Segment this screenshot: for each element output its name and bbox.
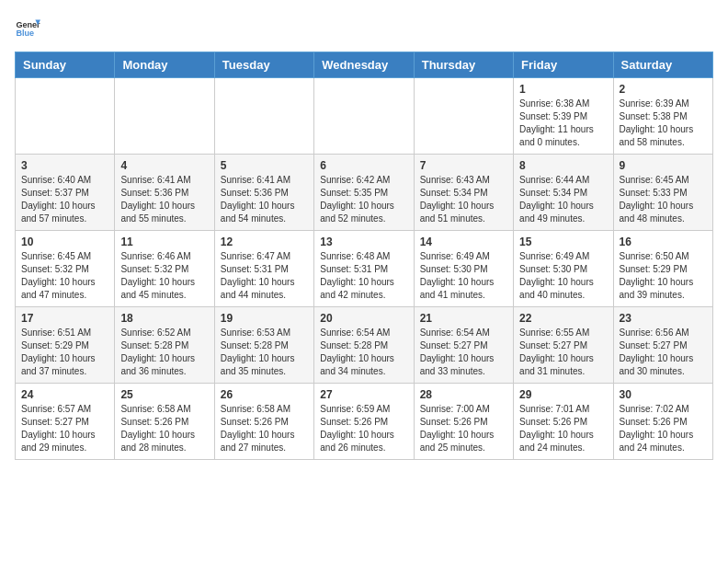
calendar-table: SundayMondayTuesdayWednesdayThursdayFrid… [15,52,713,460]
calendar-cell: 11Sunrise: 6:46 AM Sunset: 5:32 PM Dayli… [115,231,214,307]
day-info: Sunrise: 6:44 AM Sunset: 5:34 PM Dayligh… [519,174,607,225]
calendar-cell: 17Sunrise: 6:51 AM Sunset: 5:29 PM Dayli… [16,307,115,384]
day-info: Sunrise: 6:57 AM Sunset: 5:27 PM Dayligh… [21,403,108,454]
calendar-week-5: 24Sunrise: 6:57 AM Sunset: 5:27 PM Dayli… [16,384,713,460]
day-info: Sunrise: 6:39 AM Sunset: 5:38 PM Dayligh… [620,98,707,149]
calendar-cell: 15Sunrise: 6:49 AM Sunset: 5:30 PM Dayli… [514,231,613,307]
day-info: Sunrise: 6:59 AM Sunset: 5:26 PM Dayligh… [320,403,407,454]
day-info: Sunrise: 6:51 AM Sunset: 5:29 PM Dayligh… [21,327,108,378]
calendar-week-3: 10Sunrise: 6:45 AM Sunset: 5:32 PM Dayli… [16,231,713,307]
calendar-week-4: 17Sunrise: 6:51 AM Sunset: 5:29 PM Dayli… [16,307,713,384]
calendar-cell: 22Sunrise: 6:55 AM Sunset: 5:27 PM Dayli… [514,307,613,384]
calendar-cell: 14Sunrise: 6:49 AM Sunset: 5:30 PM Dayli… [414,231,513,307]
day-info: Sunrise: 6:49 AM Sunset: 5:30 PM Dayligh… [420,250,507,302]
day-info: Sunrise: 6:46 AM Sunset: 5:32 PM Dayligh… [120,250,208,302]
calendar-cell: 1Sunrise: 6:38 AM Sunset: 5:39 PM Daylig… [514,78,613,155]
calendar-cell: 9Sunrise: 6:45 AM Sunset: 5:33 PM Daylig… [613,155,712,231]
weekday-header-tuesday: Tuesday [214,52,313,78]
calendar-cell: 8Sunrise: 6:44 AM Sunset: 5:34 PM Daylig… [514,155,613,231]
calendar-cell: 7Sunrise: 6:43 AM Sunset: 5:34 PM Daylig… [414,155,513,231]
weekday-header-sunday: Sunday [16,52,115,78]
day-number: 12 [221,236,308,248]
calendar-cell: 20Sunrise: 6:54 AM Sunset: 5:28 PM Dayli… [314,307,414,384]
day-number: 11 [120,236,208,248]
day-number: 4 [120,159,208,172]
day-number: 16 [620,236,707,248]
weekday-header-monday: Monday [115,52,214,78]
calendar-cell: 23Sunrise: 6:56 AM Sunset: 5:27 PM Dayli… [613,307,712,384]
day-info: Sunrise: 6:52 AM Sunset: 5:28 PM Dayligh… [120,327,208,378]
day-number: 9 [620,159,707,172]
calendar-cell [414,78,513,155]
day-info: Sunrise: 6:55 AM Sunset: 5:27 PM Dayligh… [519,327,607,378]
day-number: 15 [519,236,607,248]
day-number: 24 [21,388,108,401]
logo: General Blue [15,15,44,40]
calendar-cell: 25Sunrise: 6:58 AM Sunset: 5:26 PM Dayli… [115,384,214,460]
calendar-cell: 26Sunrise: 6:58 AM Sunset: 5:26 PM Dayli… [214,384,313,460]
weekday-header-saturday: Saturday [613,52,712,78]
day-info: Sunrise: 6:41 AM Sunset: 5:36 PM Dayligh… [120,174,208,225]
day-number: 1 [519,83,607,96]
day-number: 8 [519,159,607,172]
day-number: 5 [221,159,308,172]
day-number: 17 [21,312,108,325]
calendar-week-2: 3Sunrise: 6:40 AM Sunset: 5:37 PM Daylig… [16,155,713,231]
day-info: Sunrise: 6:49 AM Sunset: 5:30 PM Dayligh… [519,250,607,302]
day-info: Sunrise: 6:47 AM Sunset: 5:31 PM Dayligh… [221,250,308,302]
calendar-cell: 4Sunrise: 6:41 AM Sunset: 5:36 PM Daylig… [115,155,214,231]
day-number: 13 [320,236,407,248]
day-info: Sunrise: 6:42 AM Sunset: 5:35 PM Dayligh… [320,174,407,225]
day-info: Sunrise: 6:50 AM Sunset: 5:29 PM Dayligh… [620,250,707,302]
calendar-cell [214,78,313,155]
day-number: 2 [620,83,707,96]
day-number: 20 [320,312,407,325]
day-info: Sunrise: 6:56 AM Sunset: 5:27 PM Dayligh… [620,327,707,378]
calendar-cell: 13Sunrise: 6:48 AM Sunset: 5:31 PM Dayli… [314,231,414,307]
day-info: Sunrise: 6:48 AM Sunset: 5:31 PM Dayligh… [320,250,407,302]
day-info: Sunrise: 6:53 AM Sunset: 5:28 PM Dayligh… [221,327,308,378]
calendar-cell [16,78,115,155]
calendar-cell: 18Sunrise: 6:52 AM Sunset: 5:28 PM Dayli… [115,307,214,384]
calendar-cell: 2Sunrise: 6:39 AM Sunset: 5:38 PM Daylig… [613,78,712,155]
calendar-cell [115,78,214,155]
day-number: 28 [420,388,507,401]
calendar-cell: 27Sunrise: 6:59 AM Sunset: 5:26 PM Dayli… [314,384,414,460]
weekday-header-row: SundayMondayTuesdayWednesdayThursdayFrid… [16,52,713,78]
day-info: Sunrise: 6:38 AM Sunset: 5:39 PM Dayligh… [519,98,607,149]
day-info: Sunrise: 7:01 AM Sunset: 5:26 PM Dayligh… [519,403,607,454]
page-header: General Blue [15,15,713,40]
day-info: Sunrise: 6:45 AM Sunset: 5:33 PM Dayligh… [620,174,707,225]
day-info: Sunrise: 6:43 AM Sunset: 5:34 PM Dayligh… [420,174,507,225]
weekday-header-friday: Friday [514,52,613,78]
calendar-cell: 24Sunrise: 6:57 AM Sunset: 5:27 PM Dayli… [16,384,115,460]
day-info: Sunrise: 6:40 AM Sunset: 5:37 PM Dayligh… [21,174,108,225]
day-number: 10 [21,236,108,248]
calendar-cell: 30Sunrise: 7:02 AM Sunset: 5:26 PM Dayli… [613,384,712,460]
day-number: 29 [519,388,607,401]
day-info: Sunrise: 6:54 AM Sunset: 5:27 PM Dayligh… [420,327,507,378]
calendar-cell: 10Sunrise: 6:45 AM Sunset: 5:32 PM Dayli… [16,231,115,307]
calendar-cell [314,78,414,155]
calendar-cell: 12Sunrise: 6:47 AM Sunset: 5:31 PM Dayli… [214,231,313,307]
calendar-cell: 29Sunrise: 7:01 AM Sunset: 5:26 PM Dayli… [514,384,613,460]
calendar-cell: 6Sunrise: 6:42 AM Sunset: 5:35 PM Daylig… [314,155,414,231]
day-number: 6 [320,159,407,172]
logo-icon: General Blue [15,15,40,40]
calendar-week-1: 1Sunrise: 6:38 AM Sunset: 5:39 PM Daylig… [16,78,713,155]
calendar-cell: 28Sunrise: 7:00 AM Sunset: 5:26 PM Dayli… [414,384,513,460]
day-number: 26 [221,388,308,401]
weekday-header-thursday: Thursday [414,52,513,78]
day-number: 21 [420,312,507,325]
day-number: 18 [120,312,208,325]
day-info: Sunrise: 6:54 AM Sunset: 5:28 PM Dayligh… [320,327,407,378]
calendar-cell: 16Sunrise: 6:50 AM Sunset: 5:29 PM Dayli… [613,231,712,307]
day-number: 30 [620,388,707,401]
day-number: 25 [120,388,208,401]
day-info: Sunrise: 6:58 AM Sunset: 5:26 PM Dayligh… [120,403,208,454]
day-info: Sunrise: 7:02 AM Sunset: 5:26 PM Dayligh… [620,403,707,454]
calendar-cell: 3Sunrise: 6:40 AM Sunset: 5:37 PM Daylig… [16,155,115,231]
day-number: 27 [320,388,407,401]
day-number: 23 [620,312,707,325]
day-number: 7 [420,159,507,172]
